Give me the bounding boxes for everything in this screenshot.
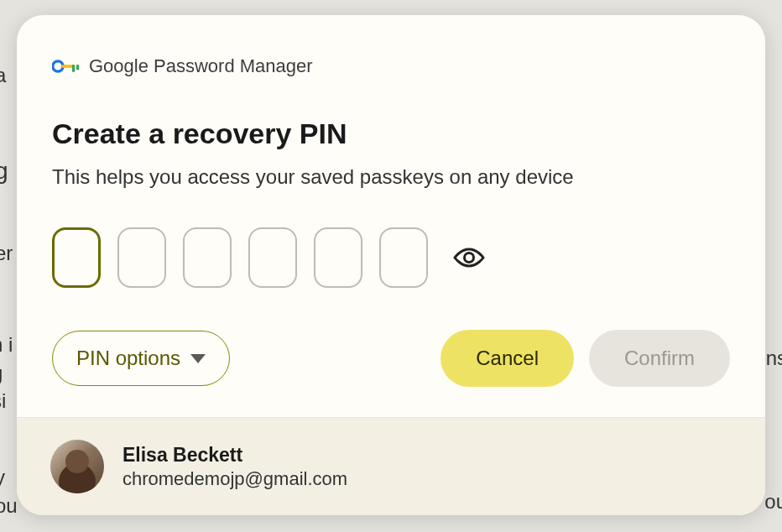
pin-digit-4[interactable] — [248, 227, 297, 288]
toggle-visibility-button[interactable] — [448, 243, 490, 273]
background-text: a — [0, 64, 6, 87]
svg-rect-3 — [76, 65, 79, 70]
svg-rect-1 — [62, 65, 74, 68]
cancel-button[interactable]: Cancel — [441, 330, 574, 387]
pin-digit-5[interactable] — [314, 227, 362, 288]
eye-icon — [451, 246, 487, 269]
dialog-buttons: Cancel Confirm — [441, 330, 730, 387]
background-text: ou — [764, 490, 782, 514]
dialog-header: Google Password Manager — [52, 55, 730, 77]
actions-row: PIN options Cancel Confirm — [52, 330, 730, 387]
chevron-down-icon — [190, 354, 206, 363]
background-text: er — [0, 242, 13, 265]
background-text: g — [0, 158, 8, 185]
svg-point-0 — [53, 61, 63, 71]
confirm-button[interactable]: Confirm — [589, 330, 730, 387]
pin-input-row — [52, 227, 730, 288]
background-text: you — [0, 463, 18, 519]
background-text: ns — [766, 347, 782, 370]
user-avatar — [50, 440, 104, 493]
pin-digit-1[interactable] — [52, 227, 101, 288]
dialog-body: Google Password Manager Create a recover… — [17, 15, 765, 417]
pin-digit-3[interactable] — [183, 227, 232, 288]
dialog-title: Create a recovery PIN — [52, 117, 730, 150]
user-info: Elisa Beckett chromedemojp@gmail.com — [123, 444, 347, 490]
svg-point-4 — [465, 253, 474, 263]
pin-digit-6[interactable] — [379, 227, 428, 288]
app-title: Google Password Manager — [89, 55, 313, 77]
recovery-pin-dialog: Google Password Manager Create a recover… — [17, 15, 765, 515]
pin-options-label: PIN options — [76, 347, 180, 370]
svg-rect-2 — [72, 65, 75, 72]
pin-digit-2[interactable] — [117, 227, 166, 288]
account-footer: Elisa Beckett chromedemojp@gmail.com — [17, 417, 765, 515]
dialog-subtitle: This helps you access your saved passkey… — [52, 165, 730, 189]
user-email: chromedemojp@gmail.com — [123, 468, 347, 490]
password-manager-key-icon — [52, 59, 77, 74]
user-name: Elisa Beckett — [123, 444, 347, 467]
pin-options-button[interactable]: PIN options — [52, 331, 230, 386]
background-text: n igsi — [0, 331, 13, 415]
